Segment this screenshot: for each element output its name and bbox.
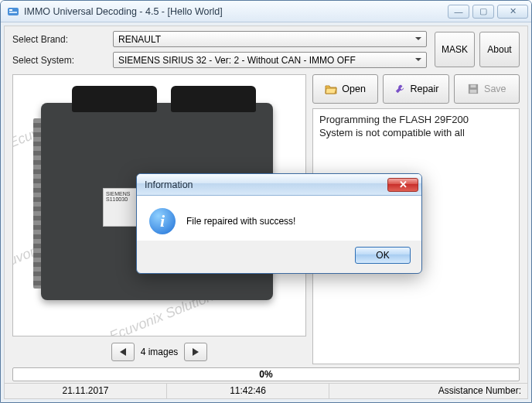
dialog-close-button[interactable]: ✕ bbox=[387, 178, 418, 192]
open-label: Open bbox=[342, 84, 366, 94]
brand-label: Select Brand: bbox=[12, 34, 113, 45]
svg-rect-7 bbox=[470, 90, 477, 93]
wrench-icon bbox=[394, 84, 406, 94]
save-button[interactable]: Save bbox=[454, 74, 520, 104]
progress-bar: 0% bbox=[12, 367, 520, 381]
status-bar: 21.11.2017 11:42:46 Assistance Number: bbox=[5, 383, 527, 398]
mask-button[interactable]: MASK bbox=[435, 32, 475, 67]
close-button[interactable]: ✕ bbox=[497, 5, 528, 19]
svg-rect-2 bbox=[9, 12, 17, 13]
svg-marker-3 bbox=[120, 348, 126, 356]
ecu-connector bbox=[171, 86, 256, 112]
open-button[interactable]: Open bbox=[312, 74, 378, 104]
dialog-footer: OK bbox=[137, 241, 421, 273]
brand-combo[interactable]: RENAULT bbox=[113, 31, 427, 47]
dialog-titlebar[interactable]: Information ✕ bbox=[137, 174, 421, 196]
status-assist: Assistance Number: bbox=[329, 384, 527, 398]
client-area: Select Brand: RENAULT Select System: SIE… bbox=[4, 26, 528, 399]
pager-label: 4 images bbox=[141, 347, 179, 357]
dialog-message: File repaired with success! bbox=[186, 216, 295, 227]
svg-rect-6 bbox=[471, 85, 476, 88]
brand-value: RENAULT bbox=[118, 34, 161, 45]
status-time: 11:42:46 bbox=[167, 384, 329, 398]
app-window: IMMO Universal Decoding - 4.5 - [Hello W… bbox=[0, 0, 532, 403]
repair-label: Repair bbox=[411, 84, 439, 94]
log-line: Programming the FLASH 29F200 bbox=[319, 114, 513, 127]
dialog-body: i File repaired with success! bbox=[137, 196, 421, 241]
folder-open-icon bbox=[325, 84, 337, 94]
titlebar[interactable]: IMMO Universal Decoding - 4.5 - [Hello W… bbox=[1, 1, 531, 22]
save-label: Save bbox=[484, 84, 506, 94]
next-image-button[interactable] bbox=[184, 343, 207, 361]
svg-rect-1 bbox=[9, 9, 12, 11]
ecu-connector bbox=[72, 86, 157, 112]
maximize-button[interactable]: ▢ bbox=[472, 5, 494, 19]
selector-row: Select Brand: RENAULT Select System: SIE… bbox=[5, 26, 527, 68]
system-combo[interactable]: SIEMENS SIRIUS 32 - Ver: 2 - Without CAN… bbox=[113, 52, 427, 68]
image-pager: 4 images bbox=[12, 340, 306, 364]
log-line: System is not compatible with all bbox=[319, 127, 513, 140]
info-dialog: Information ✕ i File repaired with succe… bbox=[136, 173, 422, 274]
repair-button[interactable]: Repair bbox=[383, 74, 448, 104]
info-icon: i bbox=[149, 208, 176, 234]
progress-text: 0% bbox=[259, 369, 272, 380]
about-button[interactable]: About bbox=[479, 32, 520, 67]
dialog-title: Information bbox=[145, 179, 387, 190]
floppy-icon bbox=[467, 84, 479, 94]
status-date: 21.11.2017 bbox=[5, 384, 167, 398]
system-label: Select System: bbox=[12, 55, 113, 66]
prev-image-button[interactable] bbox=[111, 343, 135, 361]
minimize-button[interactable]: — bbox=[448, 5, 469, 19]
system-value: SIEMENS SIRIUS 32 - Ver: 2 - Without CAN… bbox=[118, 55, 356, 66]
action-bar: Open Repair Save bbox=[312, 74, 520, 104]
svg-marker-4 bbox=[193, 348, 199, 356]
window-title: IMMO Universal Decoding - 4.5 - [Hello W… bbox=[24, 6, 445, 17]
ok-button[interactable]: OK bbox=[355, 247, 411, 264]
window-controls: — ▢ ✕ bbox=[445, 5, 528, 19]
app-icon bbox=[7, 5, 19, 18]
